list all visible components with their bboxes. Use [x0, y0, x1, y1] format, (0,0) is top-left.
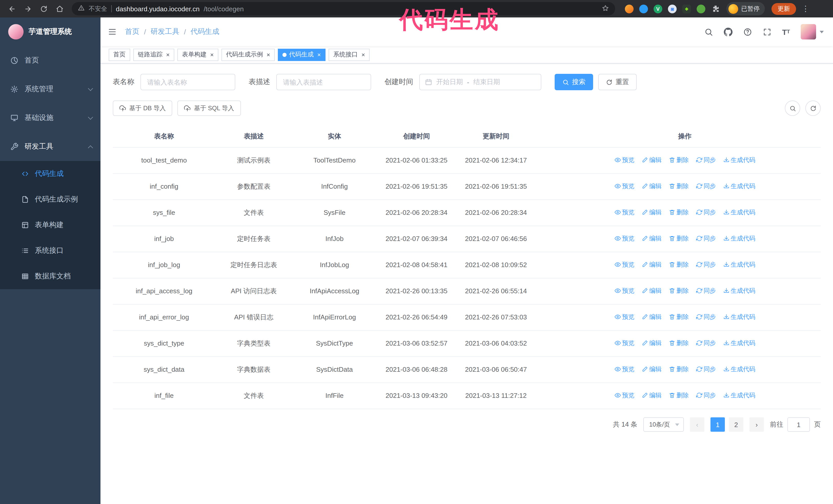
browser-menu-icon[interactable]: ⋮	[802, 4, 809, 13]
font-size-icon[interactable]: TT	[782, 28, 790, 35]
tab-codegen[interactable]: 代码生成×	[278, 48, 326, 61]
preview-link[interactable]: 预览	[614, 181, 634, 191]
preview-link[interactable]: 预览	[614, 286, 634, 296]
sync-link[interactable]: 同步	[696, 364, 716, 374]
user-menu[interactable]	[801, 24, 824, 40]
goto-page-input[interactable]	[787, 417, 810, 432]
home-icon[interactable]	[53, 2, 66, 16]
close-icon[interactable]: ×	[166, 51, 170, 58]
extension-leaf-icon[interactable]	[697, 4, 705, 13]
generate-code-link[interactable]: 生成代码	[723, 233, 755, 243]
forward-icon[interactable]	[21, 2, 34, 16]
sync-link[interactable]: 同步	[696, 312, 716, 322]
extension-green-check-icon[interactable]: V	[653, 4, 662, 13]
preview-link[interactable]: 预览	[614, 312, 634, 322]
tab-home[interactable]: 首页	[109, 48, 130, 61]
generate-code-link[interactable]: 生成代码	[723, 155, 755, 165]
generate-code-link[interactable]: 生成代码	[723, 390, 755, 401]
reset-button[interactable]: 重置	[598, 74, 637, 90]
reload-icon[interactable]	[37, 2, 50, 16]
sidebar-item-db-doc[interactable]: 数据库文档	[0, 264, 100, 289]
browser-update-button[interactable]: 更新	[771, 3, 796, 15]
back-icon[interactable]	[5, 2, 19, 16]
extension-blue-icon[interactable]	[639, 4, 648, 13]
sidebar-item-infra[interactable]: 基础设施	[0, 103, 100, 132]
preview-link[interactable]: 预览	[614, 338, 634, 348]
sidebar-item-api[interactable]: 系统接口	[0, 238, 100, 264]
breadcrumb-home[interactable]: 首页	[125, 27, 139, 37]
edit-link[interactable]: 编辑	[642, 390, 662, 401]
search-icon[interactable]	[704, 27, 713, 36]
sync-link[interactable]: 同步	[696, 390, 716, 401]
edit-link[interactable]: 编辑	[642, 364, 662, 374]
help-icon[interactable]	[743, 27, 752, 36]
delete-link[interactable]: 删除	[669, 207, 689, 217]
preview-link[interactable]: 预览	[614, 390, 634, 401]
delete-link[interactable]: 删除	[669, 390, 689, 401]
generate-code-link[interactable]: 生成代码	[723, 259, 755, 270]
page-button-1[interactable]: 1	[711, 417, 725, 432]
sync-link[interactable]: 同步	[696, 286, 716, 296]
preview-link[interactable]: 预览	[614, 233, 634, 243]
delete-link[interactable]: 删除	[669, 181, 689, 191]
extension-people-icon[interactable]: ◙	[668, 4, 677, 13]
sync-link[interactable]: 同步	[696, 207, 716, 217]
edit-link[interactable]: 编辑	[642, 259, 662, 270]
generate-code-link[interactable]: 生成代码	[723, 207, 755, 217]
delete-link[interactable]: 删除	[669, 155, 689, 165]
generate-code-link[interactable]: 生成代码	[723, 364, 755, 374]
close-icon[interactable]: ×	[266, 51, 270, 58]
sidebar-item-form-builder[interactable]: 表单构建	[0, 212, 100, 238]
tab-codegen-example[interactable]: 代码生成示例×	[221, 48, 275, 61]
close-icon[interactable]: ×	[210, 51, 214, 58]
sidebar-item-system[interactable]: 系统管理	[0, 75, 100, 103]
table-name-input[interactable]	[140, 74, 235, 90]
sync-link[interactable]: 同步	[696, 181, 716, 191]
delete-link[interactable]: 删除	[669, 286, 689, 296]
prev-page-button[interactable]: ‹	[690, 417, 704, 432]
generate-code-link[interactable]: 生成代码	[723, 338, 755, 348]
date-range-picker[interactable]: 开始日期 - 结束日期	[419, 74, 541, 90]
tab-trace[interactable]: 链路追踪×	[133, 48, 174, 61]
edit-link[interactable]: 编辑	[642, 155, 662, 165]
page-button-2[interactable]: 2	[729, 417, 743, 432]
edit-link[interactable]: 编辑	[642, 207, 662, 217]
edit-link[interactable]: 编辑	[642, 312, 662, 322]
extensions-puzzle-icon[interactable]	[711, 4, 720, 13]
generate-code-link[interactable]: 生成代码	[723, 181, 755, 191]
generate-code-link[interactable]: 生成代码	[723, 286, 755, 296]
generate-code-link[interactable]: 生成代码	[723, 312, 755, 322]
delete-link[interactable]: 删除	[669, 233, 689, 243]
address-bar[interactable]: 不安全 dashboard.yudao.iocoder.cn /tool/cod…	[72, 2, 615, 16]
hamburger-icon[interactable]	[108, 28, 117, 36]
toolbar-refresh-icon[interactable]	[805, 100, 821, 116]
sync-link[interactable]: 同步	[696, 155, 716, 165]
sidebar-item-home[interactable]: 首页	[0, 46, 100, 75]
delete-link[interactable]: 删除	[669, 364, 689, 374]
profile-chip[interactable]: 已暂停	[727, 2, 765, 16]
edit-link[interactable]: 编辑	[642, 338, 662, 348]
delete-link[interactable]: 删除	[669, 338, 689, 348]
sidebar-item-codegen[interactable]: 代码生成	[0, 161, 100, 187]
search-button[interactable]: 搜索	[555, 74, 593, 90]
tab-form-builder[interactable]: 表单构建×	[177, 48, 218, 61]
edit-link[interactable]: 编辑	[642, 233, 662, 243]
extension-dark-icon[interactable]: ◆	[682, 4, 691, 13]
preview-link[interactable]: 预览	[614, 207, 634, 217]
delete-link[interactable]: 删除	[669, 259, 689, 270]
delete-link[interactable]: 删除	[669, 312, 689, 322]
bookmark-star-icon[interactable]	[602, 4, 609, 13]
preview-link[interactable]: 预览	[614, 364, 634, 374]
fullscreen-icon[interactable]	[763, 27, 771, 36]
edit-link[interactable]: 编辑	[642, 286, 662, 296]
page-size-select[interactable]: 10条/页	[644, 417, 684, 432]
toolbar-search-toggle-icon[interactable]	[785, 100, 800, 116]
preview-link[interactable]: 预览	[614, 259, 634, 270]
close-icon[interactable]: ×	[317, 51, 321, 58]
import-sql-button[interactable]: 基于 SQL 导入	[177, 100, 241, 116]
next-page-button[interactable]: ›	[749, 417, 764, 432]
breadcrumb-dev-tools[interactable]: 研发工具	[151, 27, 180, 37]
import-db-button[interactable]: 基于 DB 导入	[113, 100, 172, 116]
sidebar-item-codegen-example[interactable]: 代码生成示例	[0, 187, 100, 212]
sidebar-logo[interactable]: 芋道管理系统	[0, 18, 100, 46]
